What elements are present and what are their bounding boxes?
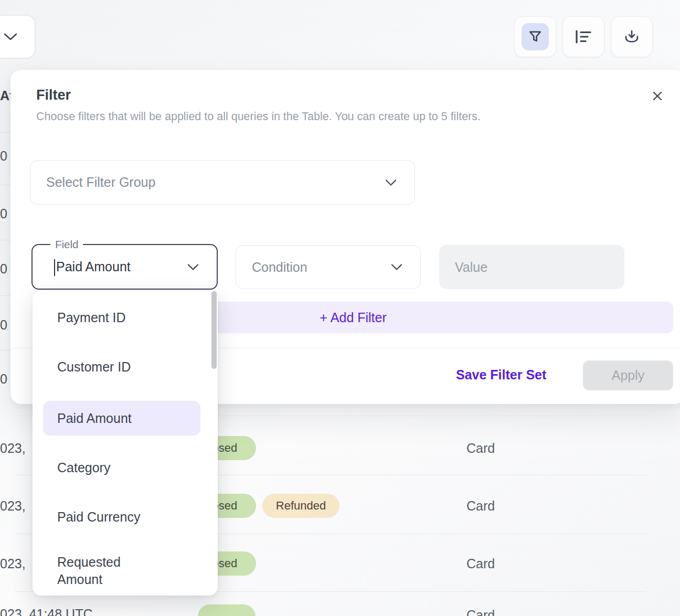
filter-button[interactable] [514,16,556,57]
chevron-down-icon [3,33,18,41]
field-select-value: Paid Amount [56,259,131,274]
chevron-down-icon [385,179,397,186]
dropdown-item-customer-id[interactable]: Customer ID [43,349,200,384]
text-cursor [54,259,55,276]
screen: At 0 0 0 0 0 023, Closed Card 023, Close… [0,0,680,616]
method-cell: Card [466,608,495,616]
modal-subtitle: Choose filters that will be applied to a… [36,110,481,123]
filter-group-select[interactable]: Select Filter Group [30,160,415,205]
created-at-cell: 023, 41:48 UTC [0,607,93,616]
sort-button[interactable] [562,16,604,57]
dropdown-item-requested-amount[interactable]: Requested Amount [43,546,200,596]
value-placeholder: Value [455,260,487,275]
field-dropdown-menu: Payment ID Customer ID Paid Amount Categ… [33,290,218,596]
divider [0,240,12,240]
value-input[interactable]: Value [439,245,624,289]
method-cell: Card [466,441,495,456]
apply-button[interactable]: Apply [583,360,673,390]
dropdown-item-payment-id[interactable]: Payment ID [43,300,200,335]
collapse-button[interactable] [0,15,36,59]
method-cell: Card [466,498,495,514]
dropdown-item-category[interactable]: Category [43,450,200,485]
download-button[interactable] [611,16,653,57]
scrollbar-thumb[interactable] [211,291,217,369]
dropdown-item-paid-amount[interactable]: Paid Amount [43,401,200,436]
close-button[interactable] [650,88,665,104]
close-icon [651,89,664,103]
field-select-label: Field [50,237,83,252]
download-icon [623,28,641,45]
status-badge [198,604,256,616]
method-cell: Card [466,556,495,571]
chevron-down-icon [187,263,199,270]
created-at-cell: 023, [0,498,26,514]
refund-status-badge: Refunded [262,494,339,518]
field-select[interactable]: Field Paid Amount [31,244,218,290]
add-filter-label: Add Filter [331,310,387,325]
created-at-cell: 023, [0,556,26,571]
chevron-down-icon [391,264,402,271]
save-filter-set-link[interactable]: Save Filter Set [456,367,546,383]
plus-icon: + [320,310,327,325]
filter-group-placeholder: Select Filter Group [46,175,155,190]
funnel-icon [522,23,549,50]
sort-lines-icon [574,29,593,45]
condition-placeholder: Condition [252,260,307,275]
condition-select[interactable]: Condition [236,245,421,289]
divider [0,295,12,296]
divider [0,185,12,185]
dropdown-item-paid-currency[interactable]: Paid Currency [43,500,200,534]
created-at-cell: 023, [0,441,26,456]
modal-title: Filter [36,87,71,103]
divider [0,350,12,351]
